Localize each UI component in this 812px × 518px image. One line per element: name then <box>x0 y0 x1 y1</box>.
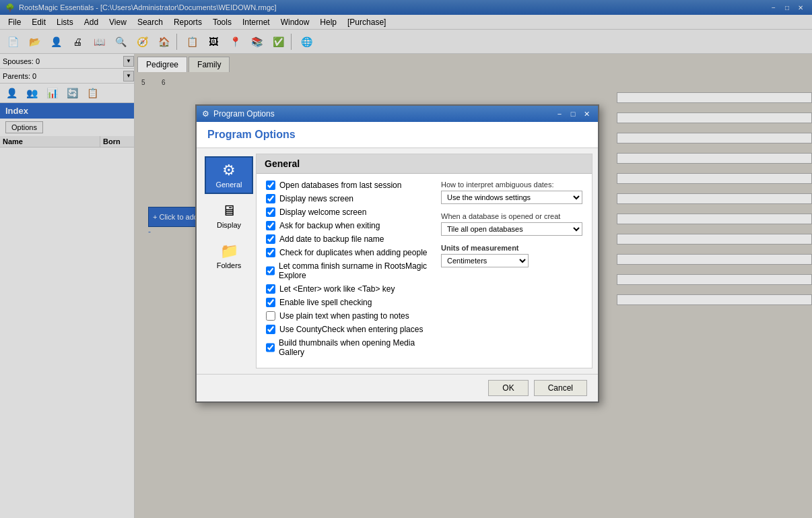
dialog-title-label: Program Options <box>213 109 275 119</box>
ambiguous-dates-group: How to interpret ambiguous dates: Use th… <box>441 181 582 204</box>
checkboxes-column: Open databases from last session Display… <box>266 181 430 361</box>
checkbox-thumbnails-label: Build thumbnails when opening Media Gall… <box>279 338 430 357</box>
checkbox-row-4: Ask for backup when exiting <box>266 221 430 230</box>
dialog-title-buttons: − □ ✕ <box>553 108 593 119</box>
checkbox-display-news-label: Display news screen <box>279 194 353 203</box>
checkbox-plain-text-label: Use plain text when pasting to notes <box>279 311 409 321</box>
checkbox-duplicates-label: Check for duplicates when adding people <box>279 248 427 257</box>
nav-general-label: General <box>215 181 242 189</box>
checkbox-row-1: Open databases from last session <box>266 181 430 190</box>
nav-item-general[interactable]: ⚙ General <box>205 156 253 194</box>
checkbox-row-3: Display welcome screen <box>266 207 430 217</box>
two-col-layout: Open databases from last session Display… <box>266 181 582 361</box>
ok-button[interactable]: OK <box>488 380 528 396</box>
checkbox-date-backup-label: Add date to backup file name <box>279 234 384 244</box>
cancel-button[interactable]: Cancel <box>534 380 587 396</box>
dialog-content-panel: General Open databases from last session… <box>256 154 593 368</box>
units-label: Units of measurement <box>441 244 582 252</box>
general-icon: ⚙ <box>222 162 236 179</box>
dialog-maximize-button[interactable]: □ <box>567 108 579 119</box>
program-options-dialog: ⚙ Program Options − □ ✕ Program Options … <box>195 104 599 403</box>
checkbox-comma-surname[interactable] <box>266 266 275 276</box>
checkbox-county-check-label: Use CountyCheck when entering places <box>279 325 423 334</box>
checkbox-row-8: Let <Enter> work like <Tab> key <box>266 284 430 294</box>
units-section: Units of measurement CentimetersInches <box>441 244 582 267</box>
database-open-label: When a database is opened or creat <box>441 212 582 220</box>
dialog-header: Program Options <box>197 122 598 148</box>
content-body: Open databases from last session Display… <box>257 174 592 368</box>
dialog-title-text: ⚙ Program Options <box>202 109 275 119</box>
ambiguous-dates-label: How to interpret ambiguous dates: <box>441 181 582 189</box>
folders-icon: 📁 <box>220 242 238 260</box>
dialog-minimize-button[interactable]: − <box>553 108 566 119</box>
nav-folders-label: Folders <box>217 261 242 269</box>
checkbox-open-databases[interactable] <box>266 181 275 190</box>
checkbox-enter-tab-label: Let <Enter> work like <Tab> key <box>279 284 395 294</box>
checkbox-duplicates[interactable] <box>266 248 275 257</box>
checkbox-row-9: Enable live spell checking <box>266 298 430 307</box>
right-settings-column: How to interpret ambiguous dates: Use th… <box>441 181 582 361</box>
checkbox-open-databases-label: Open databases from last session <box>279 181 401 190</box>
dialog-body: ⚙ General 🖥 Display 📁 Folders General <box>197 148 598 374</box>
dialog-nav: ⚙ General 🖥 Display 📁 Folders <box>202 154 256 368</box>
content-section-header: General <box>257 154 592 174</box>
checkbox-display-welcome-label: Display welcome screen <box>279 207 366 217</box>
display-icon: 🖥 <box>222 202 236 220</box>
checkbox-row-10: Use plain text when pasting to notes <box>266 311 430 321</box>
checkbox-backup[interactable] <box>266 221 275 230</box>
dialog-footer: OK Cancel <box>197 374 598 401</box>
checkbox-thumbnails[interactable] <box>266 343 275 352</box>
checkbox-row-2: Display news screen <box>266 194 430 203</box>
checkbox-spell-check-label: Enable live spell checking <box>279 298 372 307</box>
checkbox-row-7: Let comma finish surname in RootsMagic E… <box>266 261 430 280</box>
dialog-icon: ⚙ <box>202 109 209 119</box>
checkbox-county-check[interactable] <box>266 325 275 334</box>
checkbox-backup-label: Ask for backup when exiting <box>279 221 380 230</box>
checkbox-spell-check[interactable] <box>266 298 275 307</box>
checkbox-row-11: Use CountyCheck when entering places <box>266 325 430 334</box>
database-open-group: When a database is opened or creat Tile … <box>441 212 582 236</box>
checkbox-plain-text[interactable] <box>266 311 275 321</box>
nav-item-folders[interactable]: 📁 Folders <box>205 237 253 275</box>
checkbox-row-6: Check for duplicates when adding people <box>266 248 430 257</box>
checkbox-row-12: Build thumbnails when opening Media Gall… <box>266 338 430 357</box>
checkbox-display-news[interactable] <box>266 194 275 203</box>
dialog-header-title: Program Options <box>207 129 296 140</box>
checkbox-display-welcome[interactable] <box>266 207 275 217</box>
nav-item-display[interactable]: 🖥 Display <box>205 197 253 234</box>
checkbox-enter-tab[interactable] <box>266 284 275 294</box>
ambiguous-dates-select[interactable]: Use the windows settingsDay/Month/YearMo… <box>441 191 582 204</box>
checkbox-date-backup[interactable] <box>266 234 275 244</box>
dialog-overlay: ⚙ Program Options − □ ✕ Program Options … <box>0 0 812 518</box>
section-title: General <box>265 158 300 169</box>
nav-display-label: Display <box>217 221 241 229</box>
database-open-select[interactable]: Tile all open databasesCascade windowsDo… <box>441 222 582 236</box>
dialog-title-bar: ⚙ Program Options − □ ✕ <box>197 106 598 122</box>
dialog-close-button[interactable]: ✕ <box>580 108 593 119</box>
checkbox-comma-surname-label: Let comma finish surname in RootsMagic E… <box>279 261 430 280</box>
checkbox-row-5: Add date to backup file name <box>266 234 430 244</box>
units-select[interactable]: CentimetersInches <box>441 254 529 267</box>
